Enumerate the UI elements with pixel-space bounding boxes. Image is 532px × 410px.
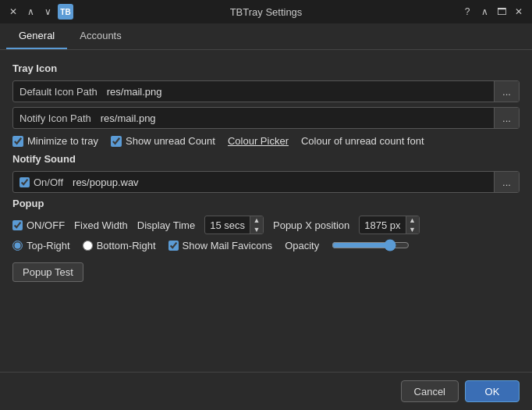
popup-x-spinner-buttons: ▲ ▼: [406, 216, 419, 234]
display-time-value: 15 secs: [205, 219, 250, 231]
content-area: Tray Icon Default Icon Path res/mail.png…: [0, 50, 532, 372]
bottom-right-label: Bottom-Right: [97, 240, 156, 251]
show-unread-count-checkbox[interactable]: [111, 136, 122, 147]
window-title: TBTray Settings: [230, 6, 303, 18]
notify-icon-path-label: Notify Icon Path: [13, 112, 98, 124]
default-icon-path-value: res/mail.png: [104, 86, 494, 98]
minimize-to-tray-checkbox[interactable]: [12, 136, 23, 147]
tabs-bar: General Accounts: [0, 23, 532, 50]
popup-row-1: ON/OFF Fixed Width Display Time 15 secs …: [12, 216, 520, 234]
fixed-width-label: Fixed Width: [74, 219, 128, 231]
display-time-label: Display Time: [137, 219, 195, 231]
popup-x-label: Popup X position: [273, 219, 349, 231]
top-right-radio[interactable]: [12, 241, 23, 251]
show-unread-count-checkbox-label[interactable]: Show unread Count: [111, 135, 215, 147]
collapse-up-button[interactable]: ∧: [23, 5, 37, 19]
top-right-label: Top-Right: [27, 240, 70, 251]
top-right-radio-label[interactable]: Top-Right: [12, 240, 70, 251]
minimize-to-tray-label: Minimize to tray: [27, 135, 98, 147]
display-time-spinner[interactable]: 15 secs ▲ ▼: [204, 216, 264, 234]
opacity-label: Opacity: [285, 240, 319, 251]
default-icon-path-row: Default Icon Path res/mail.png ...: [12, 80, 520, 102]
notify-sound-section-title: Notify Sound: [12, 153, 520, 165]
show-mail-favicons-checkbox-label[interactable]: Show Mail Favicons: [168, 240, 273, 251]
opacity-slider[interactable]: [332, 239, 410, 251]
colour-picker-button[interactable]: Colour Picker: [228, 135, 289, 147]
popup-x-decrement-button[interactable]: ▼: [406, 225, 419, 234]
app-icon: TB: [58, 4, 73, 20]
default-icon-path-label: Default Icon Path: [13, 86, 104, 98]
title-bar-right-controls: ? ∧ 🗖 ✕: [460, 5, 526, 19]
title-bar: ✕ ∧ ∨ TB TBTray Settings ? ∧ 🗖 ✕: [0, 0, 532, 23]
popup-test-button[interactable]: Popup Test: [12, 262, 83, 282]
popup-position-row: Top-Right Bottom-Right Show Mail Favicon…: [12, 239, 520, 251]
notify-icon-path-value: res/mail.png: [98, 112, 494, 124]
popup-section-title: Popup: [12, 198, 520, 209]
tray-icon-section-title: Tray Icon: [12, 62, 520, 74]
show-mail-favicons-checkbox[interactable]: [168, 241, 179, 251]
bottom-right-radio-label[interactable]: Bottom-Right: [83, 240, 156, 251]
popup-onoff-checkbox[interactable]: [12, 220, 23, 230]
notify-onoff-checkbox-label[interactable]: On/Off: [13, 176, 69, 188]
display-time-decrement-button[interactable]: ▼: [250, 225, 263, 234]
colour-of-unread-label: Colour of unread count font: [301, 135, 424, 147]
notify-icon-path-row: Notify Icon Path res/mail.png ...: [12, 107, 520, 129]
tab-accounts[interactable]: Accounts: [67, 23, 133, 49]
popup-x-spinner[interactable]: 1875 px ▲ ▼: [359, 216, 419, 234]
minimize-button[interactable]: ∧: [477, 5, 491, 19]
window-close-button[interactable]: ✕: [512, 5, 526, 19]
tray-icon-options-row: Minimize to tray Show unread Count Colou…: [12, 135, 520, 147]
collapse-down-button[interactable]: ∨: [41, 5, 55, 19]
show-unread-count-label: Show unread Count: [126, 135, 215, 147]
tab-general[interactable]: General: [6, 23, 67, 49]
notify-sound-path-value: res/popup.wav: [69, 176, 494, 188]
popup-onoff-text: ON/OFF: [27, 219, 65, 231]
bottom-right-radio[interactable]: [83, 241, 93, 251]
bottom-bar: Cancel OK: [0, 372, 532, 410]
maximize-button[interactable]: 🗖: [495, 5, 509, 19]
notify-sound-row: On/Off res/popup.wav ...: [12, 171, 520, 193]
show-mail-favicons-label: Show Mail Favicons: [183, 240, 273, 251]
popup-x-value: 1875 px: [360, 219, 405, 231]
notify-onoff-label: On/Off: [34, 176, 63, 188]
popup-onoff-label[interactable]: ON/OFF: [12, 219, 65, 231]
notify-sound-browse-button[interactable]: ...: [494, 171, 519, 193]
default-icon-browse-button[interactable]: ...: [494, 80, 519, 102]
notify-icon-browse-button[interactable]: ...: [494, 107, 519, 129]
display-time-spinner-buttons: ▲ ▼: [250, 216, 263, 234]
cancel-button[interactable]: Cancel: [401, 380, 459, 402]
help-button[interactable]: ?: [460, 5, 474, 19]
popup-x-increment-button[interactable]: ▲: [406, 216, 419, 225]
close-button[interactable]: ✕: [6, 5, 20, 19]
title-bar-left-controls: ✕ ∧ ∨ TB: [6, 4, 73, 20]
minimize-to-tray-checkbox-label[interactable]: Minimize to tray: [12, 135, 98, 147]
display-time-increment-button[interactable]: ▲: [250, 216, 263, 225]
ok-button[interactable]: OK: [465, 380, 520, 402]
notify-onoff-checkbox[interactable]: [20, 177, 30, 187]
